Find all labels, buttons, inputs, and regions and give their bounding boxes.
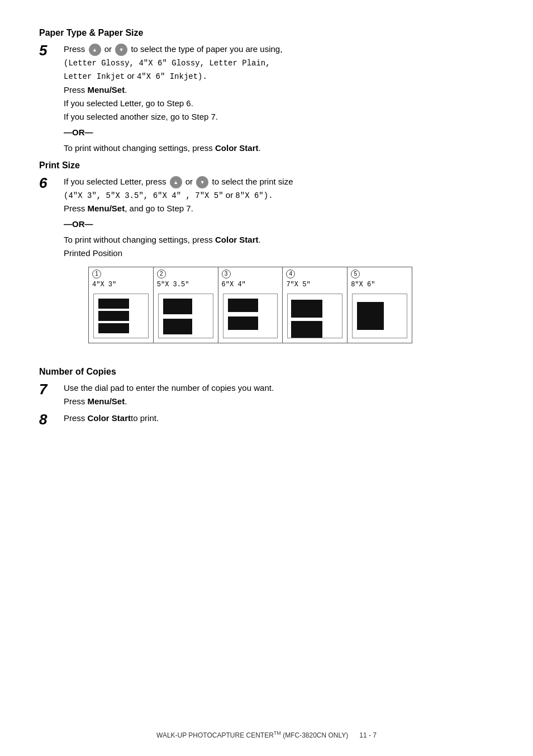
footer-model: (MFC-3820CN ONLY) bbox=[283, 731, 348, 739]
step-5-mono2: Letter Inkjet or 4"X 6" Inkjet). bbox=[64, 69, 494, 83]
step-6-press: Press Menu/Set, and go to Step 7. bbox=[64, 202, 494, 215]
down-button-icon-6[interactable] bbox=[196, 176, 208, 188]
press-8: Press bbox=[64, 413, 88, 423]
to-print-5: To print without changing settings, pres… bbox=[64, 143, 215, 153]
table-cell-4: 4 7"X 5" bbox=[283, 267, 348, 343]
cell-num-5: 5 bbox=[351, 270, 360, 278]
step-6-mono: (4"X 3", 5"X 3.5", 6"X 4" , 7"X 5" or 8"… bbox=[64, 188, 494, 202]
step-7-row: 7 Use the dial pad to enter the number o… bbox=[39, 381, 494, 408]
table-header-row: 1 4"X 3" 2 5"X 3.5" bbox=[89, 267, 412, 343]
or-text-5: or bbox=[104, 44, 115, 54]
footer-text: WALK-UP PHOTOCAPTURE CENTER bbox=[156, 731, 274, 739]
up-button-icon-5[interactable] bbox=[89, 44, 101, 56]
press-end-5: . bbox=[125, 85, 127, 94]
cell-label-4: 7"X 5" bbox=[286, 280, 344, 290]
step-6-or: —OR— bbox=[64, 218, 494, 231]
footer-trademark: TM bbox=[274, 730, 281, 736]
table-cell-2: 2 5"X 3.5" bbox=[153, 267, 218, 343]
step-5-if2: If you selected another size, go to Step… bbox=[64, 110, 494, 124]
step-6-to-print: To print without changing settings, pres… bbox=[64, 233, 494, 247]
step-8-content: Press Color Startto print. bbox=[64, 412, 494, 425]
step-5-press: Press Menu/Set. bbox=[64, 83, 494, 97]
select-text-6: to select the print size bbox=[212, 177, 293, 186]
table-cell-3: 3 6"X 4" bbox=[218, 267, 283, 343]
paper-type-title: Paper Type & Paper Size bbox=[39, 28, 494, 38]
press-label-6: Press bbox=[64, 204, 88, 213]
table-cell-1: 1 4"X 3" bbox=[89, 267, 154, 343]
page-footer: WALK-UP PHOTOCAPTURE CENTERTM (MFC-3820C… bbox=[0, 730, 533, 739]
cell-label-1: 4"X 3" bbox=[92, 280, 150, 290]
cell-label-3: 6"X 4" bbox=[222, 280, 279, 290]
color-start-6: Color Start bbox=[215, 235, 259, 244]
step-5-content: Press or to select the type of paper you… bbox=[64, 42, 494, 155]
or-text-6: or bbox=[185, 177, 196, 186]
step-6-content: If you selected Letter, press or to sele… bbox=[64, 175, 494, 351]
step-8-row: 8 Press Color Startto print. bbox=[39, 412, 494, 428]
step-8-line: Press Color Startto print. bbox=[64, 412, 494, 425]
cell-num-2: 2 bbox=[157, 270, 166, 278]
menu-set-7: Menu/Set bbox=[88, 396, 125, 406]
color-start-8: Color Start bbox=[88, 413, 131, 423]
and-go-6: , and go to Step 7. bbox=[125, 204, 193, 213]
mono-line2-6: 8"X 6"). bbox=[235, 191, 273, 200]
down-button-icon-5[interactable] bbox=[115, 44, 127, 56]
step-5-line1: Press or to select the type of paper you… bbox=[64, 42, 494, 56]
printed-position-label: Printed Position bbox=[64, 247, 494, 260]
to-print-end-5: . bbox=[259, 143, 261, 153]
cell-num-4: 4 bbox=[286, 270, 295, 278]
up-button-icon-6[interactable] bbox=[170, 176, 182, 188]
step-6-row: 6 If you selected Letter, press or to se… bbox=[39, 175, 494, 351]
step-5-mono: (Letter Glossy, 4"X 6" Glossy, Letter Pl… bbox=[64, 56, 494, 69]
if-selected-6: If you selected Letter, press bbox=[64, 177, 166, 186]
step-5-row: 5 Press or to select the type of paper y… bbox=[39, 42, 494, 155]
mono-or-6: or bbox=[226, 190, 236, 200]
footer-page: 11 - 7 bbox=[359, 731, 377, 739]
step-5-to-print: To print without changing settings, pres… bbox=[64, 141, 494, 155]
print-size-title: Print Size bbox=[39, 160, 494, 171]
step-5-number: 5 bbox=[39, 42, 59, 59]
press-7: Press bbox=[64, 396, 88, 406]
step-7-line1: Use the dial pad to enter the number of … bbox=[64, 381, 494, 395]
to-print-6: To print without changing settings, pres… bbox=[64, 235, 215, 244]
menu-set-5: Menu/Set bbox=[88, 85, 125, 94]
line2-end-7: . bbox=[125, 396, 127, 406]
cell-num-3: 3 bbox=[222, 270, 231, 278]
to-print-8: to print. bbox=[131, 413, 159, 423]
to-print-end-6: . bbox=[259, 235, 261, 244]
cell-num-1: 1 bbox=[92, 270, 101, 278]
cell-label-2: 5"X 3.5" bbox=[157, 280, 215, 290]
mono-line1-5: (Letter Glossy, 4"X 6" Glossy, Letter Pl… bbox=[64, 59, 270, 68]
step-5-or: —OR— bbox=[64, 126, 494, 139]
press-label-5b: Press bbox=[64, 85, 88, 94]
print-position-table: 1 4"X 3" 2 5"X 3.5" bbox=[88, 267, 412, 343]
color-start-5: Color Start bbox=[215, 143, 259, 153]
step-8-number: 8 bbox=[39, 412, 59, 428]
select-text-5: to select the type of paper you are usin… bbox=[131, 44, 282, 54]
step-6-number: 6 bbox=[39, 175, 59, 191]
menu-set-6: Menu/Set bbox=[88, 204, 125, 213]
step-7-number: 7 bbox=[39, 381, 59, 398]
table-cell-5: 5 8"X 6" bbox=[348, 267, 412, 343]
step-5-if1: If you selected Letter, go to Step 6. bbox=[64, 97, 494, 110]
step-7-line2: Press Menu/Set. bbox=[64, 395, 494, 408]
number-copies-title: Number of Copies bbox=[39, 367, 494, 377]
mono-or-5: or bbox=[127, 71, 137, 81]
mono-line3-5: 4"X 6" Inkjet). bbox=[137, 72, 207, 81]
press-label-5: Press bbox=[64, 44, 85, 54]
mono-line2-5: Letter Inkjet bbox=[64, 72, 125, 81]
mono-line1-6: (4"X 3", 5"X 3.5", 6"X 4" , 7"X 5" bbox=[64, 191, 223, 200]
step-7-content: Use the dial pad to enter the number of … bbox=[64, 381, 494, 408]
number-copies-section: Number of Copies 7 Use the dial pad to e… bbox=[39, 367, 494, 428]
step-6-line1: If you selected Letter, press or to sele… bbox=[64, 175, 494, 188]
cell-label-5: 8"X 6" bbox=[351, 280, 408, 290]
